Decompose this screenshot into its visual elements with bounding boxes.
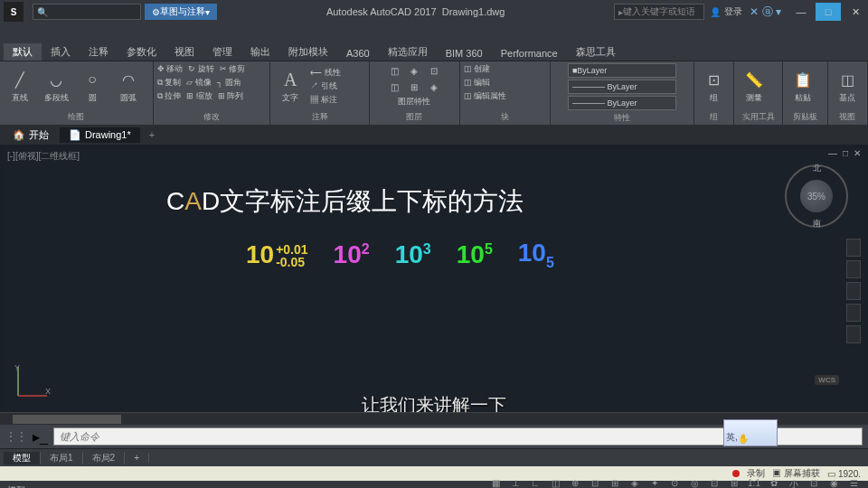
- model-tab[interactable]: 模型: [4, 452, 41, 465]
- quick-access-search[interactable]: 🔍: [33, 4, 141, 20]
- drawing-tab[interactable]: 📄 Drawing1*: [60, 127, 140, 143]
- ribbon-tab[interactable]: 输出: [241, 43, 279, 61]
- ribbon-tab[interactable]: 参数化: [118, 43, 165, 61]
- status-icons[interactable]: ▦⊥∟◫⊕⊡⊞◈✦⊙◎⊡⊞1:1✿小数⊡◉☰: [488, 478, 868, 488]
- login-button[interactable]: 👤 登录: [710, 5, 742, 18]
- record-icon: [732, 470, 740, 477]
- status-toggle[interactable]: ✦: [647, 478, 662, 488]
- fillet-tool[interactable]: ┐ 圆角: [217, 77, 241, 89]
- status-toggle[interactable]: 小数: [787, 478, 801, 488]
- trim-tool[interactable]: ✂ 修剪: [220, 63, 246, 75]
- status-toggle[interactable]: ⊞: [727, 478, 741, 488]
- add-layout-button[interactable]: +: [125, 453, 149, 463]
- stretch-tool[interactable]: ⧉ 拉伸: [157, 90, 182, 102]
- ribbon-tab[interactable]: 森思工具: [567, 43, 625, 61]
- layer-icon[interactable]: ◫: [385, 63, 403, 78]
- base-tool[interactable]: ◫基点: [832, 67, 863, 107]
- new-tab-button[interactable]: +: [142, 129, 162, 140]
- rec-res: ▭ 1920.: [827, 469, 861, 479]
- status-toggle[interactable]: ⊡: [807, 478, 821, 488]
- navigation-bar[interactable]: [846, 239, 861, 343]
- ribbon-tab-default[interactable]: 默认: [4, 43, 42, 61]
- ime-indicator[interactable]: 英, ✋: [723, 419, 778, 446]
- leader-tool[interactable]: ↗ 引线: [310, 80, 341, 92]
- status-toggle[interactable]: ⊡: [588, 478, 602, 488]
- lineweight-dropdown[interactable]: ———— ByLayer: [568, 96, 676, 110]
- viewport-label[interactable]: [-][俯视][二维线框]: [7, 150, 80, 163]
- layer-prop-button[interactable]: 图层特性: [398, 96, 430, 108]
- superscript-text: 102: [334, 240, 370, 269]
- mdi-controls[interactable]: —□✕: [828, 148, 861, 158]
- cloud-icon[interactable]: ✕ ⓐ ▾: [750, 5, 781, 20]
- ribbon-tab[interactable]: 精选应用: [379, 43, 437, 61]
- workspace-dropdown[interactable]: ⚙ 草图与注释 ▾: [145, 4, 217, 20]
- title-text: CAD文字标注后缀上下标的方法: [166, 184, 524, 219]
- status-toggle[interactable]: ◎: [687, 478, 702, 488]
- ribbon-panel-layers: ◫◈⊡ ◫⊞◈ 图层特性 图层: [370, 61, 460, 125]
- paste-tool[interactable]: 📋粘贴: [787, 67, 819, 107]
- line-tool[interactable]: ╱直线: [4, 67, 36, 107]
- view-cube[interactable]: 35% 北 南: [785, 164, 848, 228]
- status-toggle[interactable]: ◉: [826, 478, 841, 488]
- array-tool[interactable]: ⊞ 阵列: [218, 90, 244, 102]
- ribbon-tab[interactable]: BIM 360: [437, 46, 492, 61]
- measure-tool[interactable]: 📏测量: [738, 67, 770, 107]
- ribbon-panel-modify: ✥ 移动↻ 旋转✂ 修剪 ⧉ 复制▱ 镜像┐ 圆角 ⧉ 拉伸⊞ 缩放⊞ 阵列 修…: [154, 61, 271, 125]
- table-tool[interactable]: ▦ 标注: [310, 94, 341, 106]
- status-toggle[interactable]: ☰: [846, 478, 861, 488]
- copy-tool[interactable]: ⧉ 复制: [157, 77, 182, 89]
- document-tabs: 🏠 开始 📄 Drawing1* +: [0, 125, 868, 145]
- start-tab[interactable]: 🏠 开始: [4, 127, 58, 144]
- minimize-button[interactable]: —: [788, 3, 814, 21]
- maximize-button[interactable]: □: [816, 3, 841, 21]
- ribbon-tab[interactable]: 视图: [165, 43, 203, 61]
- status-toggle[interactable]: ✿: [767, 478, 781, 488]
- status-toggle[interactable]: ∟: [528, 478, 542, 488]
- ribbon-tab[interactable]: 管理: [203, 43, 241, 61]
- layout1-tab[interactable]: 布局1: [41, 452, 83, 465]
- close-button[interactable]: ✕: [843, 3, 868, 21]
- ribbon-tab[interactable]: Performance: [492, 46, 567, 61]
- block-edit[interactable]: ◫ 编辑: [464, 77, 491, 89]
- ribbon-tab[interactable]: 附加模块: [279, 43, 337, 61]
- text-tool[interactable]: A文字: [274, 67, 307, 107]
- group-tool[interactable]: ⊡组: [698, 67, 730, 107]
- polyline-tool[interactable]: ◡多段线: [40, 67, 72, 107]
- status-toggle[interactable]: ⊥: [508, 478, 523, 488]
- ribbon-tab[interactable]: 注释: [80, 43, 118, 61]
- status-toggle[interactable]: ⊞: [608, 478, 622, 488]
- circle-tool[interactable]: ○圆: [76, 67, 108, 107]
- drawing-canvas[interactable]: [-][俯视][二维线框] —□✕ 35% 北 南 WCS YX CAD文字标注…: [0, 145, 868, 425]
- linear-dim-tool[interactable]: ⟵ 线性: [310, 67, 341, 79]
- status-toggle[interactable]: ◈: [627, 478, 642, 488]
- help-search-input[interactable]: ▸ 键入关键字或短语: [614, 4, 704, 20]
- cmd-handle-icon[interactable]: ⋮⋮: [5, 430, 27, 443]
- scale-tool[interactable]: ⊞ 缩放: [186, 90, 212, 102]
- ribbon-panel-group: ⊡组 组: [694, 61, 734, 125]
- wcs-label: WCS: [815, 375, 839, 385]
- svg-text:Y: Y: [14, 363, 20, 372]
- color-dropdown[interactable]: ■ ByLayer: [568, 63, 676, 78]
- title-bar: S 🔍 ⚙ 草图与注释 ▾ Autodesk AutoCAD 2017 Draw…: [0, 0, 868, 23]
- status-toggle[interactable]: ⊙: [667, 478, 682, 488]
- model-button[interactable]: 模型: [0, 484, 33, 488]
- ribbon-tab[interactable]: 插入: [42, 43, 80, 61]
- ribbon-panel-utility: 📏测量 实用工具: [734, 61, 783, 125]
- app-logo-icon[interactable]: S: [4, 2, 24, 22]
- mirror-tool[interactable]: ▱ 镜像: [186, 77, 212, 89]
- block-create[interactable]: ◫ 创建: [464, 63, 491, 75]
- status-toggle[interactable]: ◫: [548, 478, 562, 488]
- block-attr[interactable]: ◫ 编辑属性: [464, 90, 507, 102]
- status-toggle[interactable]: 1:1: [747, 478, 761, 488]
- linetype-dropdown[interactable]: ———— ByLayer: [568, 80, 676, 94]
- ribbon-tab[interactable]: A360: [337, 46, 379, 61]
- arc-tool[interactable]: ◠圆弧: [112, 67, 145, 107]
- move-tool[interactable]: ✥ 移动: [157, 63, 184, 75]
- ribbon-tabs: 默认 插入 注释 参数化 视图 管理 输出 附加模块 A360 精选应用 BIM…: [0, 42, 868, 61]
- rotate-tool[interactable]: ↻ 旋转: [188, 63, 214, 75]
- formula-row: 10+0.01-0.05 102 103 105 105: [246, 239, 554, 271]
- status-toggle[interactable]: ▦: [488, 478, 503, 488]
- status-toggle[interactable]: ⊕: [568, 478, 582, 488]
- layout2-tab[interactable]: 布局2: [83, 452, 126, 465]
- status-toggle[interactable]: ⊡: [707, 478, 722, 488]
